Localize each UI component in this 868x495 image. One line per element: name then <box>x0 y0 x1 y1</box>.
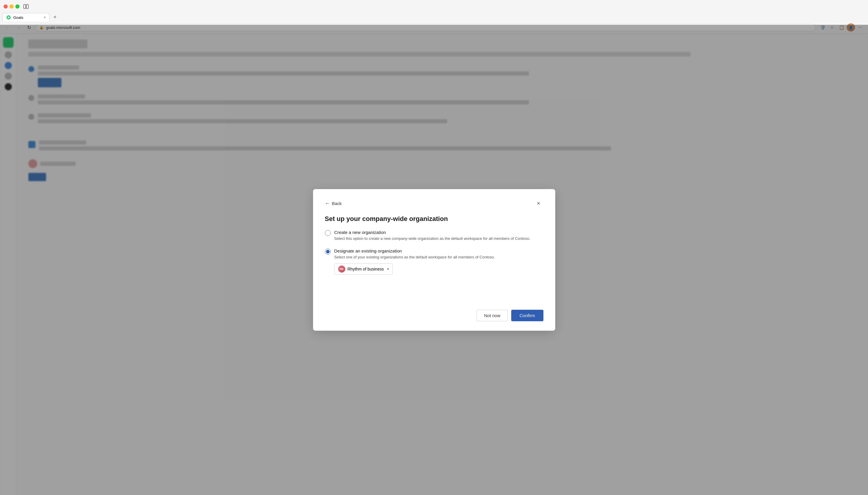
dialog-header: ← Back × <box>325 199 543 208</box>
option-label-create: Create a new organization <box>334 230 530 235</box>
minimize-window-button[interactable] <box>10 4 14 8</box>
option-text-designate: Designate an existing organization Selec… <box>334 249 495 260</box>
option-text-create: Create a new organization Select this op… <box>334 230 530 241</box>
org-initials: RB <box>340 268 343 271</box>
title-bar <box>0 0 868 13</box>
dialog-footer: Not now Confirm <box>325 304 543 321</box>
goals-tab[interactable]: Goals × <box>2 13 50 21</box>
svg-rect-0 <box>23 4 26 8</box>
svg-rect-1 <box>26 4 28 8</box>
radio-designate-existing[interactable] <box>325 249 331 255</box>
option-desc-create: Select this option to create a new compa… <box>334 236 530 241</box>
close-window-button[interactable] <box>3 4 8 8</box>
dialog-title: Set up your company-wide organization <box>325 215 543 223</box>
tab-close-button[interactable]: × <box>44 15 46 19</box>
org-dropdown[interactable]: RB Rhythm of business ▾ <box>334 263 393 275</box>
option-row-designate: Designate an existing organization Selec… <box>325 249 543 260</box>
option-desc-designate: Select one of your existing organization… <box>334 255 495 260</box>
chevron-down-icon: ▾ <box>387 267 389 271</box>
close-dialog-button[interactable]: × <box>534 199 543 208</box>
radio-create-new[interactable] <box>325 230 331 236</box>
maximize-window-button[interactable] <box>15 4 19 8</box>
dialog-body: Create a new organization Select this op… <box>325 230 543 292</box>
close-icon: × <box>537 200 540 207</box>
tab-title: Goals <box>13 15 23 20</box>
option-label-designate: Designate an existing organization <box>334 249 495 253</box>
svg-point-3 <box>8 17 10 18</box>
org-icon: RB <box>338 266 345 273</box>
option-designate-existing: Designate an existing organization Selec… <box>325 249 543 275</box>
modal-overlay: ← Back × Set up your company-wide organi… <box>0 25 868 495</box>
dialog: ← Back × Set up your company-wide organi… <box>313 189 555 331</box>
back-arrow-icon: ← <box>325 200 330 206</box>
sidebar-toggle-icon[interactable] <box>23 4 29 9</box>
option-create-new: Create a new organization Select this op… <box>325 230 543 241</box>
option-row-create: Create a new organization Select this op… <box>325 230 543 241</box>
org-name: Rhythm of business <box>348 267 384 271</box>
back-label: Back <box>332 201 342 206</box>
new-tab-button[interactable]: + <box>51 13 59 21</box>
not-now-button[interactable]: Not now <box>477 310 508 321</box>
confirm-button[interactable]: Confirm <box>511 310 543 321</box>
window-controls <box>3 4 19 8</box>
back-button[interactable]: ← Back <box>325 200 342 206</box>
tab-bar: Goals × + <box>0 13 868 21</box>
tab-favicon <box>6 15 11 20</box>
